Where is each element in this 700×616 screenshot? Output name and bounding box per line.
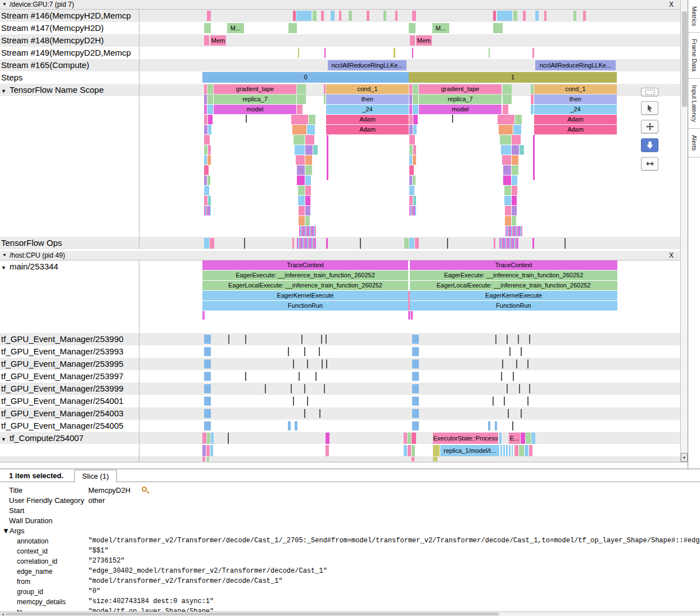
trace-event-tracecontext[interactable]: TraceContext [202,260,408,270]
trace-event[interactable] [499,238,518,249]
trace-event[interactable] [412,433,416,444]
trace-event[interactable] [413,145,416,155]
trace-event[interactable] [210,445,213,456]
trace-event[interactable] [207,11,211,21]
side-tab-input-latency[interactable]: Input Latency [688,79,700,129]
trace-event[interactable] [204,186,209,195]
trace-tick[interactable] [529,335,530,344]
trace-event[interactable] [299,216,305,226]
trace-event[interactable] [295,421,297,430]
trace-tick[interactable] [507,335,508,344]
trace-event[interactable] [526,433,531,444]
vertical-scrollbar[interactable]: ▼ [680,0,688,462]
trace-tick[interactable] [319,409,320,418]
trace-event[interactable] [204,105,207,114]
timing-tool-button[interactable] [641,157,658,170]
trace-tick[interactable] [507,384,508,393]
trace-event[interactable] [413,115,418,124]
pan-tool-button[interactable] [641,120,658,133]
trace-event[interactable] [395,11,398,21]
trace-event[interactable] [412,48,413,58]
trace-event-eagerkernelexecute[interactable]: EagerKernelExecute [410,291,617,300]
trace-event[interactable] [531,84,534,94]
trace-event-eagerlocalexecute-inference-train-function-260252[interactable]: EagerLocalExecute: __inference_train_fun… [410,281,617,290]
trace-event-functionrun[interactable]: FunctionRun [410,301,617,311]
trace-tick[interactable] [299,372,300,381]
trace-event-adam[interactable]: Adam [534,115,617,124]
trace-tick[interactable] [245,335,246,344]
trace-event[interactable] [293,135,305,145]
trace-event[interactable] [207,433,210,444]
trace-event-replica-7[interactable]: replica_7 [419,95,502,104]
trace-tick[interactable] [495,335,496,344]
trace-event[interactable] [412,372,419,381]
trace-event[interactable] [305,216,310,226]
trace-event[interactable] [413,105,418,114]
trace-event-executorstate-process[interactable]: ExecutorState::Process [433,433,498,444]
trace-event[interactable] [293,11,296,21]
trace-tick[interactable] [322,359,323,368]
args-section-toggle[interactable]: ▼Args [0,525,700,536]
trace-event[interactable] [207,457,209,461]
trace-event[interactable] [512,196,517,205]
trace-event[interactable] [298,186,305,195]
trace-event[interactable] [404,238,409,249]
cpu-close-button[interactable]: X [669,251,678,259]
trace-event[interactable] [500,445,513,456]
trace-event[interactable] [499,433,502,444]
trace-event[interactable] [297,165,305,175]
trace-event[interactable] [409,186,414,195]
trace-event[interactable] [299,206,305,215]
trace-event[interactable] [412,11,416,21]
trace-event-tracecontext[interactable]: TraceContext [410,260,617,270]
trace-event[interactable] [433,445,440,456]
trace-event-gradient-tape[interactable]: gradient_tape [214,84,296,94]
trace-event[interactable] [204,84,207,94]
trace-event-ncclallreduceringllke[interactable]: ncclAllReduceRingLLKe... [328,60,407,70]
trace-event[interactable] [409,84,412,94]
trace-event[interactable] [204,35,209,46]
trace-event[interactable] [520,145,524,155]
trace-event[interactable] [305,206,310,215]
trace-event[interactable] [202,445,206,456]
trace-event[interactable] [504,196,511,205]
gpu-close-button[interactable]: X [669,1,678,8]
trace-event[interactable] [412,409,419,418]
trace-event[interactable] [498,115,514,124]
trace-event[interactable] [206,445,210,456]
trace-event[interactable] [503,84,512,94]
trace-event-24[interactable]: _24 [534,105,617,114]
trace-event[interactable] [409,176,412,185]
trace-event[interactable] [512,216,516,226]
trace-event[interactable] [297,84,306,94]
trace-event[interactable] [324,48,326,58]
trace-event[interactable] [573,11,576,21]
trace-event[interactable] [413,196,416,205]
trace-event[interactable] [295,145,305,155]
trace-tick[interactable] [527,397,529,406]
trace-event[interactable] [409,145,413,155]
trace-event[interactable] [512,176,517,185]
tab-slice[interactable]: Slice (1) [74,470,117,483]
trace-event-eagerexecute-inference-train-function-260252[interactable]: EagerExecute: __inference_train_function… [410,271,617,280]
trace-event[interactable] [204,397,211,406]
trace-event[interactable] [488,421,490,430]
trace-event[interactable] [525,445,529,456]
trace-event-m[interactable]: M... [432,23,449,33]
trace-event[interactable] [500,135,511,145]
trace-event[interactable] [412,359,419,368]
trace-tick[interactable] [301,335,302,344]
trace-event[interactable] [207,176,210,185]
trace-event[interactable] [207,84,213,94]
trace-event[interactable] [409,206,416,215]
trace-event[interactable] [412,421,419,430]
trace-event[interactable] [495,421,497,430]
trace-tick[interactable] [265,384,266,393]
trace-tick[interactable] [228,335,229,344]
trace-event[interactable] [533,135,535,180]
trace-event[interactable] [409,95,412,104]
trace-event[interactable] [404,433,407,444]
trace-event[interactable] [204,347,211,356]
trace-event[interactable] [208,196,211,205]
trace-event-model[interactable]: model [214,105,296,114]
